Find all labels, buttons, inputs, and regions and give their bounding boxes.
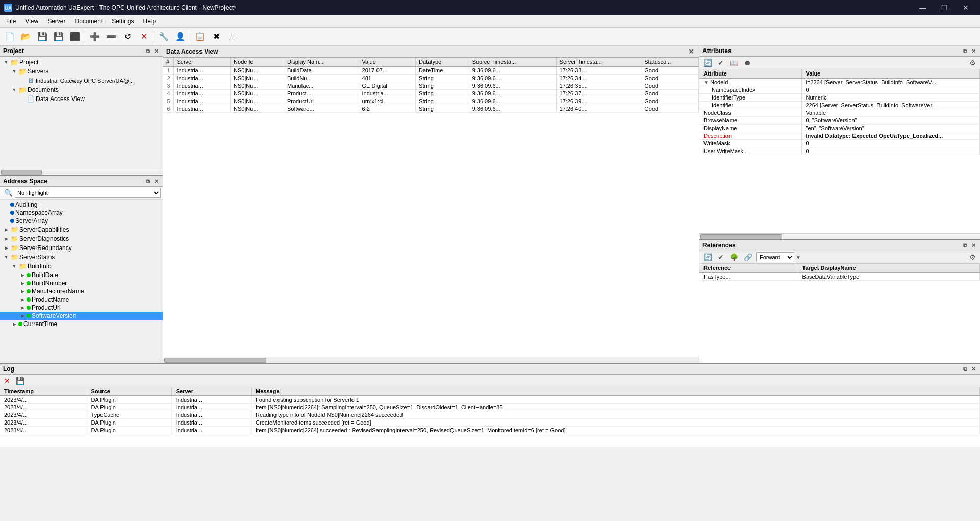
ref-link-btn[interactable]: 🔗 xyxy=(742,252,755,262)
nodeid-collapse[interactable]: ▼ xyxy=(703,80,709,85)
tree-item-serverarray[interactable]: ServerArray xyxy=(0,217,163,225)
log-table-row[interactable]: 2023/4/... TypeCache Industria... Readin… xyxy=(0,411,980,419)
expand-sr[interactable]: ▶ xyxy=(2,245,10,251)
project-scrollbar[interactable] xyxy=(0,169,163,175)
log-table-row[interactable]: 2023/4/... DA Plugin Industria... Item [… xyxy=(0,404,980,411)
attr-refresh-btn[interactable]: 🔄 xyxy=(701,58,714,68)
expand-ss[interactable]: ▼ xyxy=(2,255,10,260)
dav-hscrollbar[interactable] xyxy=(163,357,699,363)
toolbar-add[interactable]: ➕ xyxy=(87,30,103,44)
project-panel-float[interactable]: ⧉ xyxy=(145,48,151,55)
expand-pu[interactable]: ▶ xyxy=(18,305,27,310)
log-table-row[interactable]: 2023/4/... DA Plugin Industria... Item [… xyxy=(0,427,980,434)
expand-pn[interactable]: ▶ xyxy=(18,297,27,302)
log-float[interactable]: ⧉ xyxy=(962,366,968,373)
project-scroll-thumb[interactable] xyxy=(1,170,42,175)
tree-item-curtime[interactable]: ▶ CurrentTime xyxy=(0,320,163,328)
toolbar-delete-view[interactable]: ✖ xyxy=(209,30,224,44)
tree-item-servers[interactable]: ▼ 📁 Servers xyxy=(0,67,163,76)
ref-table-scroll[interactable]: Reference Target DisplayName HasType... … xyxy=(699,264,980,363)
attr-hscroll-thumb[interactable] xyxy=(700,234,782,239)
toolbar-save[interactable]: 💾 xyxy=(35,30,50,44)
attr-table-scroll[interactable]: Attribute Value ▼ NodeId i=2264 [Server_… xyxy=(699,69,980,233)
attrs-float[interactable]: ⧉ xyxy=(962,48,968,55)
filter-icon[interactable]: 🔍 xyxy=(2,189,15,197)
tree-item-namespacearray[interactable]: NamespaceArray xyxy=(0,209,163,217)
log-close[interactable]: ✕ xyxy=(970,366,977,373)
menu-view[interactable]: View xyxy=(21,17,42,26)
ref-tree-btn[interactable]: 🌳 xyxy=(727,252,740,262)
toolbar-new[interactable]: 📄 xyxy=(2,30,17,44)
ref-table-row[interactable]: HasType... BaseDataVariableType xyxy=(699,272,980,281)
expand-bd[interactable]: ▶ xyxy=(18,272,27,278)
expand-bn[interactable]: ▶ xyxy=(18,281,27,286)
dav-table-row[interactable]: 4 Industria... NS0|Nu... Product... Indu… xyxy=(163,90,699,97)
maximize-button[interactable]: ❐ xyxy=(934,0,954,15)
close-button[interactable]: ✕ xyxy=(956,0,976,15)
toolbar-layout[interactable]: 🖥 xyxy=(225,30,240,44)
expand-sc[interactable]: ▶ xyxy=(2,227,10,232)
expand-sd[interactable]: ▶ xyxy=(2,236,10,241)
log-table-row[interactable]: 2023/4/... DA Plugin Industria... Found … xyxy=(0,396,980,404)
tree-item-dav[interactable]: 📄 Data Access View xyxy=(0,94,163,104)
tree-item-servercap[interactable]: ▶ 📁 ServerCapabilities xyxy=(0,225,163,234)
toolbar-open[interactable]: 📂 xyxy=(18,30,34,44)
toolbar-stop[interactable]: ⬛ xyxy=(67,30,83,44)
menu-help[interactable]: Help xyxy=(139,17,160,26)
tree-item-project[interactable]: ▼ 📁 Project xyxy=(0,58,163,67)
tree-item-pu[interactable]: ▶ ProductUri xyxy=(0,304,163,312)
dav-table-row[interactable]: 1 Industria... NS0|Nu... BuildDate 2017-… xyxy=(163,66,699,75)
toolbar-remove[interactable]: ➖ xyxy=(104,30,119,44)
tree-item-buildinfo[interactable]: ▼ 📁 BuildInfo xyxy=(0,262,163,271)
menu-server[interactable]: Server xyxy=(43,17,69,26)
toolbar-save-as[interactable]: 💾 xyxy=(51,30,66,44)
attr-read-btn[interactable]: 📖 xyxy=(727,58,740,68)
project-panel-close[interactable]: ✕ xyxy=(153,48,160,55)
tree-item-serverred[interactable]: ▶ 📁 ServerRedundancy xyxy=(0,243,163,253)
dav-close[interactable]: ✕ xyxy=(687,47,696,56)
ref-settings-btn[interactable]: ⚙ xyxy=(967,252,978,262)
toolbar-refresh[interactable]: ↺ xyxy=(120,30,135,44)
menu-settings[interactable]: Settings xyxy=(108,17,138,26)
address-space-float[interactable]: ⧉ xyxy=(145,178,151,185)
attrs-close[interactable]: ✕ xyxy=(970,48,977,55)
attr-hscrollbar[interactable] xyxy=(699,233,980,239)
log-save-btn[interactable]: 💾 xyxy=(14,376,27,386)
refs-close[interactable]: ✕ xyxy=(970,242,977,249)
dav-table-row[interactable]: 3 Industria... NS0|Nu... Manufac... GE D… xyxy=(163,82,699,90)
tree-item-buildnumber[interactable]: ▶ BuildNumber xyxy=(0,279,163,287)
ref-direction-select[interactable]: Forward Backward Both xyxy=(756,252,794,262)
tree-item-serverdiag[interactable]: ▶ 📁 ServerDiagnostics xyxy=(0,234,163,243)
filter-select[interactable]: No Highlight xyxy=(15,188,161,198)
dav-table-row[interactable]: 6 Industria... NS0|Nu... Software... 6.2… xyxy=(163,105,699,113)
menu-file[interactable]: File xyxy=(2,17,20,26)
attr-record-btn[interactable]: ⏺ xyxy=(742,58,753,68)
tree-expand-project[interactable]: ▼ xyxy=(2,60,10,65)
ref-check-btn[interactable]: ✔ xyxy=(716,252,726,262)
log-table-row[interactable]: 2023/4/... DA Plugin Industria... Create… xyxy=(0,419,980,427)
tree-expand-servers[interactable]: ▼ xyxy=(10,69,18,74)
expand-sv[interactable]: ▶ xyxy=(18,313,27,318)
tree-item-mfr[interactable]: ▶ ManufacturerName xyxy=(0,287,163,295)
tree-item-builddate[interactable]: ▶ BuildDate xyxy=(0,271,163,279)
toolbar-copy[interactable]: 📋 xyxy=(192,30,208,44)
dav-hscroll-thumb[interactable] xyxy=(164,358,266,363)
toolbar-user[interactable]: 👤 xyxy=(172,30,188,44)
toolbar-cancel[interactable]: ✕ xyxy=(136,30,152,44)
ref-refresh-btn[interactable]: 🔄 xyxy=(701,252,714,262)
dav-table-row[interactable]: 2 Industria... NS0|Nu... BuildNu... 481 … xyxy=(163,75,699,82)
toolbar-settings[interactable]: 🔧 xyxy=(156,30,171,44)
tree-item-documents[interactable]: ▼ 📁 Documents xyxy=(0,85,163,94)
attr-settings-btn[interactable]: ⚙ xyxy=(967,58,978,68)
address-space-close[interactable]: ✕ xyxy=(153,178,160,185)
tree-item-gateway[interactable]: 🖥 Industrial Gateway OPC Server/UA@... xyxy=(0,76,163,85)
tree-item-swver[interactable]: ▶ SoftwareVersion xyxy=(0,312,163,320)
dav-table-scroll[interactable]: # Server Node Id Display Nam... Value Da… xyxy=(163,58,699,357)
menu-document[interactable]: Document xyxy=(70,17,107,26)
log-clear-btn[interactable]: ✕ xyxy=(2,376,12,386)
tree-item-pn[interactable]: ▶ ProductName xyxy=(0,295,163,304)
tree-expand-docs[interactable]: ▼ xyxy=(10,87,18,92)
attr-check-btn[interactable]: ✔ xyxy=(716,58,726,68)
tree-item-auditing[interactable]: Auditing xyxy=(0,201,163,209)
expand-ct[interactable]: ▶ xyxy=(10,321,18,327)
